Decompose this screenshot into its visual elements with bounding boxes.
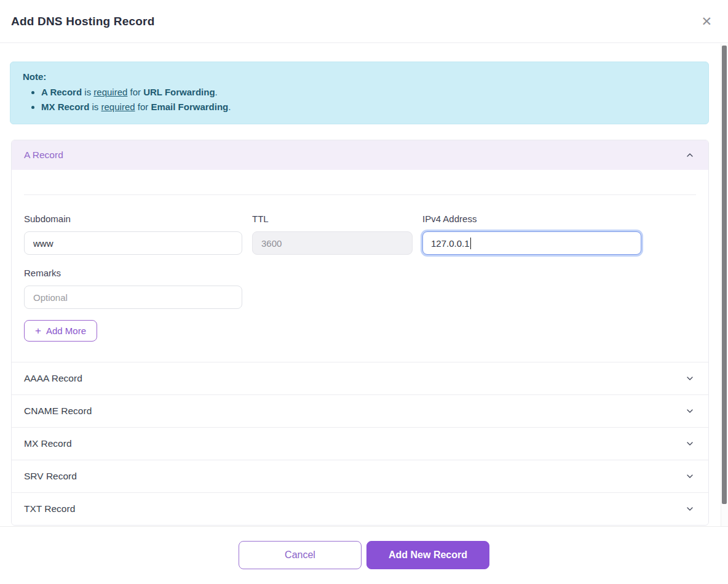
ipv4-field-group: IPv4 Address 127.0.0.1 — [422, 214, 641, 255]
plus-icon: + — [35, 326, 41, 336]
accordion-header-cname-record[interactable]: CNAME Record — [12, 394, 708, 427]
accordion-label: TXT Record — [24, 503, 75, 514]
subdomain-label: Subdomain — [24, 214, 242, 224]
accordion-header-mx-record[interactable]: MX Record — [12, 427, 708, 460]
note-heading: Note: — [23, 70, 696, 84]
remarks-label: Remarks — [24, 268, 242, 278]
ipv4-input[interactable]: 127.0.0.1 — [422, 231, 641, 255]
accordion-header-txt-record[interactable]: TXT Record — [12, 492, 708, 525]
ipv4-value: 127.0.0.1 — [431, 238, 470, 249]
accordion-label: MX Record — [24, 438, 72, 449]
scrollbar-track[interactable] — [721, 44, 728, 526]
cancel-button[interactable]: Cancel — [239, 541, 362, 569]
note-list: A Record is required for URL Forwarding.… — [23, 85, 696, 114]
ipv4-label: IPv4 Address — [422, 214, 641, 224]
a-record-panel: Subdomain TTL IPv4 Address 127.0.0.1 — [12, 194, 708, 362]
modal-header: Add DNS Hosting Record ✕ — [0, 0, 728, 43]
ttl-field-group: TTL — [252, 214, 413, 255]
accordion-header-a-record[interactable]: A Record — [12, 140, 708, 170]
note-item-a-record: A Record is required for URL Forwarding. — [41, 85, 696, 100]
add-more-label: Add More — [46, 326, 86, 336]
a-record-fields-row: Subdomain TTL IPv4 Address 127.0.0.1 — [24, 214, 696, 255]
accordion-label: AAAA Record — [24, 373, 82, 384]
subdomain-field-group: Subdomain — [24, 214, 242, 255]
modal-body: Note: A Record is required for URL Forwa… — [0, 43, 728, 526]
add-new-record-button[interactable]: Add New Record — [366, 541, 489, 569]
accordion-label: A Record — [24, 150, 63, 161]
modal-footer: Cancel Add New Record — [0, 526, 728, 584]
accordion-label: CNAME Record — [24, 406, 92, 417]
note-item-mx-record: MX Record is required for Email Forwardi… — [41, 100, 696, 114]
add-more-button[interactable]: + Add More — [24, 320, 97, 342]
ttl-input — [252, 231, 413, 255]
accordion-header-aaaa-record[interactable]: AAAA Record — [12, 362, 708, 394]
chevron-up-icon — [685, 150, 695, 160]
remarks-field-group: Remarks — [24, 268, 242, 309]
ttl-label: TTL — [252, 214, 413, 224]
accordion-header-srv-record[interactable]: SRV Record — [12, 460, 708, 492]
record-accordion: A Record Subdomain TTL IPv4 Address — [11, 140, 709, 526]
accordion-label: SRV Record — [24, 471, 77, 482]
scrollbar-thumb[interactable] — [722, 46, 727, 504]
chevron-down-icon — [685, 471, 695, 481]
panel-divider — [24, 194, 696, 195]
note-box: Note: A Record is required for URL Forwa… — [10, 62, 709, 124]
chevron-down-icon — [685, 439, 695, 449]
add-dns-record-modal: Add DNS Hosting Record ✕ Note: A Record … — [0, 0, 728, 584]
close-icon[interactable]: ✕ — [697, 12, 716, 30]
chevron-down-icon — [685, 406, 695, 416]
chevron-down-icon — [685, 504, 695, 514]
subdomain-input[interactable] — [24, 231, 242, 255]
text-cursor — [470, 238, 472, 249]
remarks-input[interactable] — [24, 286, 242, 309]
modal-title: Add DNS Hosting Record — [11, 15, 697, 28]
chevron-down-icon — [685, 374, 695, 383]
